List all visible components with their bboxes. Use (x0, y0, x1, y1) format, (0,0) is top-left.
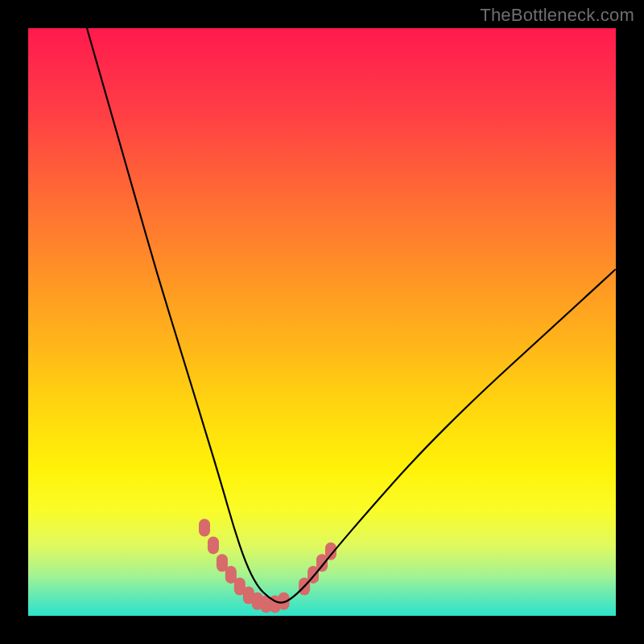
chart-frame: TheBottleneck.com (0, 0, 644, 644)
salmon-marks-group (199, 519, 336, 613)
plot-area (28, 28, 616, 616)
salmon-mark (208, 536, 219, 554)
curve-layer (28, 28, 616, 616)
watermark-text: TheBottleneck.com (480, 5, 634, 26)
main-curve (87, 28, 616, 603)
salmon-mark (199, 519, 210, 537)
